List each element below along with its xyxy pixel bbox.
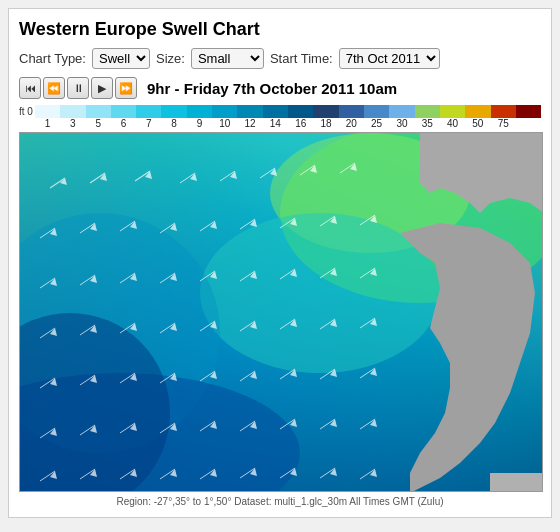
step-back-button[interactable]: ⏪ <box>43 77 65 99</box>
start-time-label: Start Time: <box>270 51 333 66</box>
playback-buttons: ⏮ ⏪ ⏸ ▶ ⏩ <box>19 77 137 99</box>
color-scale-bar <box>35 105 541 118</box>
chart-type-select[interactable]: Swell Wind Tide <box>92 48 150 69</box>
start-time-select[interactable]: 7th Oct 2011 <box>339 48 440 69</box>
chart-type-label: Chart Type: <box>19 51 86 66</box>
pause-button[interactable]: ⏸ <box>67 77 89 99</box>
step-forward-button[interactable]: ⏩ <box>115 77 137 99</box>
time-label: 9hr - Friday 7th October 2011 10am <box>147 80 397 97</box>
map-svg <box>20 133 543 492</box>
controls-row: Chart Type: Swell Wind Tide Size: Small … <box>19 48 541 69</box>
map-container <box>19 132 543 492</box>
ft-label: ft 0 <box>19 106 33 117</box>
skip-start-button[interactable]: ⏮ <box>19 77 41 99</box>
map-footer: Region: -27°,35° to 1°,50° Dataset: mult… <box>19 496 541 507</box>
size-label: Size: <box>156 51 185 66</box>
size-select[interactable]: Small Medium Large <box>191 48 264 69</box>
scale-numbers: 1 3 5 6 7 8 9 10 12 14 16 18 20 25 30 35… <box>35 118 541 129</box>
color-scale-wrapper: ft 0 <box>19 105 541 129</box>
play-button[interactable]: ▶ <box>91 77 113 99</box>
playback-row: ⏮ ⏪ ⏸ ▶ ⏩ 9hr - Friday 7th October 2011 … <box>19 77 541 99</box>
page-title: Western Europe Swell Chart <box>19 19 541 40</box>
